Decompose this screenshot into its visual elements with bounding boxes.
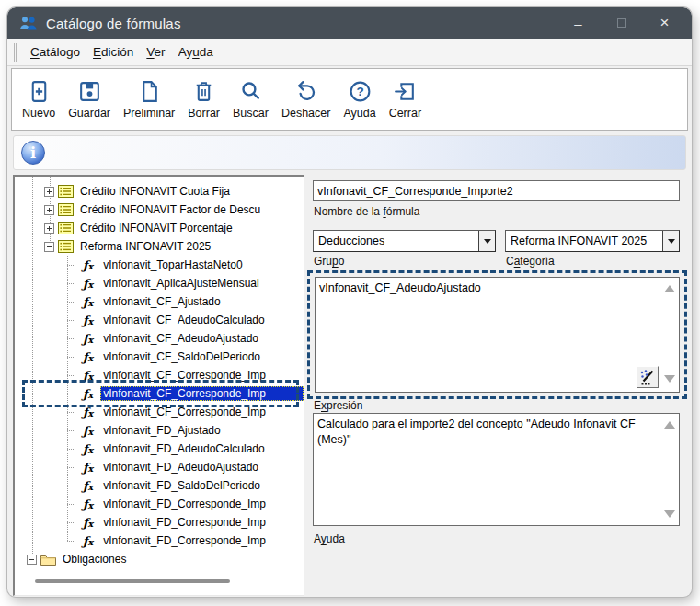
tree-item[interactable]: ƒxvInfonavit_CF_SaldoDelPeriodo [15,348,304,366]
tree-item-label: vInfonavit_FD_AdeudoCalculado [100,441,267,456]
chevron-down-icon [484,239,491,244]
tree-item[interactable]: ƒxvInfonavit_FD_Corresponde_Imp [15,532,304,550]
tree-item-label: vInfonavit_CF_SaldoDelPeriodo [100,349,263,364]
formula-wizard-button[interactable] [637,366,659,388]
scroll-down-icon[interactable] [664,510,675,518]
tree-item[interactable]: ƒxvInfonavit_FD_AdeudoCalculado [15,440,304,458]
nuevo-button[interactable]: Nuevo [16,76,62,122]
tree-item[interactable]: ƒxvInfonavit_FD_SaldoDelPeriodo [15,476,304,495]
tree-item-selected[interactable]: ƒxvInfonavit_CF_Corresponde_Imp [15,384,304,403]
list-icon [58,222,74,234]
tree-item[interactable]: ƒxvInfonavit_AplicaAjusteMensual [15,274,304,292]
list-icon [58,203,74,216]
tree-item-label: Obligaciones [60,552,129,566]
new-document-icon [27,79,52,107]
tree-connector [67,265,75,266]
tree-item[interactable]: Crédito INFONAVIT Factor de Descu [15,200,304,219]
fx-icon: ƒx [81,387,97,401]
tree-item[interactable]: ƒxvInfonavit_FD_Corresponde_Imp [15,495,304,513]
categoria-value: Reforma INFONAVIT 2025 [506,234,662,247]
folder-icon [40,554,56,566]
grupo-combobox[interactable]: Deducciones [313,230,496,252]
tree-item[interactable]: ƒxvInfonavit_FD_Corresponde_Imp [15,513,304,532]
expand-plus-icon[interactable] [44,187,54,197]
tree-item-label: vInfonavit_FD_Corresponde_Imp [100,533,269,548]
tree-item[interactable]: ƒxvInfonavit_FD_Ajustado [15,421,304,440]
formula-name-label: Nombre de la fórmula [314,205,419,218]
fx-icon: ƒx [81,406,97,419]
fx-icon: ƒx [81,479,97,493]
tree-item[interactable]: Reforma INFONAVIT 2025 [15,237,304,256]
tree-item-label: vInfonavit_AplicaAjusteMensual [100,276,261,291]
tree-item[interactable]: Crédito INFONAVIT Cuota Fija [15,182,304,200]
window-title: Catálogo de fórmulas [46,16,181,31]
preliminar-button[interactable]: Preliminar [117,76,181,122]
fx-icon: ƒx [81,534,97,548]
tree-connector [67,541,75,542]
tree-item[interactable]: ƒxvInfonavit_ToparHastaNeto0 [15,256,304,274]
scroll-up-icon[interactable] [664,421,675,429]
tree-item[interactable]: ƒxvInfonavit_CF_Ajustado [15,292,304,311]
list-icon [58,185,74,198]
scroll-up-icon[interactable] [664,285,675,292]
formula-tree-panel[interactable]: Crédito INFONAVIT Cuota FijaCrédito INFO… [13,175,304,596]
tree-connector [67,449,75,450]
tree-connector [67,504,75,505]
tree-item[interactable]: Crédito INFONAVIT Porcentaje [15,219,304,237]
deshacer-button[interactable]: Deshacer [275,76,338,122]
exit-icon [393,79,418,107]
tree-item[interactable]: ƒxvInfonavit_CF_AdeudoCalculado [15,311,304,329]
collapse-minus-icon[interactable] [44,242,54,252]
horizontal-scrollbar[interactable] [35,579,230,583]
scroll-down-icon[interactable] [664,375,675,383]
close-button[interactable]: × [643,7,686,39]
tree-connector [67,338,75,339]
tree-item[interactable]: ƒxvInfonavit_CF_AdeudoAjustado [15,329,304,348]
tree-item-label: Crédito INFONAVIT Cuota Fija [77,184,233,199]
tree-item-label: vInfonavit_FD_Corresponde_Imp [100,497,269,511]
formula-name-input[interactable] [313,180,680,201]
ayuda-button[interactable]: ? Ayuda [337,76,382,122]
collapse-minus-icon[interactable] [27,555,37,565]
grupo-label: Grupo [314,255,344,268]
fx-icon: ƒx [81,516,97,530]
help-textarea[interactable]: Calculado para el importe2 del concepto … [313,413,680,526]
categoria-combobox[interactable]: Reforma INFONAVIT 2025 [505,230,680,252]
status-infobar: i [13,135,686,170]
buscar-button[interactable]: Buscar [226,76,275,122]
fx-icon: ƒx [81,369,97,383]
expand-plus-icon[interactable] [44,205,54,215]
expression-textarea[interactable]: vInfonavit_CF_AdeudoAjustado [315,277,680,393]
toolbar: Nuevo Guardar Preliminar Borrar Buscar D… [11,68,688,131]
tree-connector [67,467,75,468]
menu-edicion[interactable]: Edición [86,42,140,62]
tree-connector [67,302,75,303]
cerrar-button[interactable]: Cerrar [383,76,428,122]
tree-connector [67,394,75,394]
fx-icon: ƒx [81,258,97,272]
menu-ayuda[interactable]: Ayuda [172,42,220,62]
borrar-button[interactable]: Borrar [181,76,226,122]
menu-catalogo[interactable]: Catálogo [24,42,86,62]
app-people-icon [19,16,38,31]
categoria-dropdown-button[interactable] [662,231,679,251]
tree-item[interactable]: ƒxvInfonavit_CF_Corresponde_Imp [15,366,304,384]
tree-item-label: vInfonavit_FD_Ajustado [100,423,223,438]
tree-item[interactable]: ƒxvInfonavit_CF_Corresponde_Imp [15,403,304,421]
search-icon [238,79,263,107]
fx-icon: ƒx [81,277,97,291]
tree-item-label: Reforma INFONAVIT 2025 [77,239,213,254]
guardar-button[interactable]: Guardar [62,76,117,122]
expand-plus-icon[interactable] [44,223,54,234]
tree-item-label: vInfonavit_CF_Corresponde_Imp [100,386,304,401]
fx-icon: ƒx [81,442,97,456]
grupo-dropdown-button[interactable] [478,231,495,251]
tree-item[interactable]: Obligaciones [15,550,304,568]
menu-ver[interactable]: Ver [140,42,171,62]
tree-item-label: vInfonavit_ToparHastaNeto0 [100,257,245,272]
tree-item-label: Crédito INFONAVIT Porcentaje [77,221,235,235]
fx-icon: ƒx [81,497,97,511]
tree-item[interactable]: ƒxvInfonavit_FD_AdeudoAjustado [15,458,304,476]
minimize-button[interactable]: – [557,7,600,39]
chevron-down-icon [668,239,675,244]
